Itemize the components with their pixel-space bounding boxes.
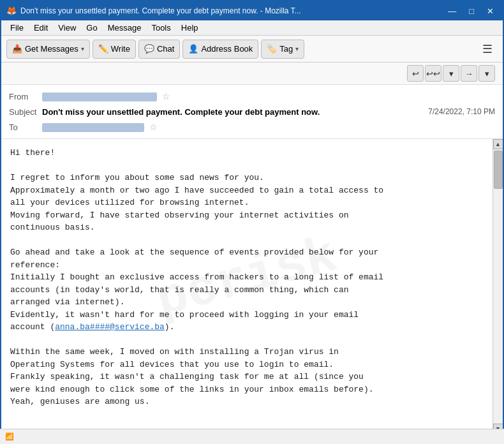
write-icon: ✏️ [98, 44, 108, 54]
get-messages-arrow: ▾ [81, 45, 84, 52]
statusbar: 📶 [0, 429, 504, 444]
menubar: File Edit View Go Message Tools Help [1, 20, 503, 36]
toolbar: 📥 Get Messages ▾ ✏️ Write 💬 Chat 👤 Addre… [1, 36, 503, 63]
menu-message[interactable]: Message [104, 22, 145, 34]
email-body: pcrisk Hi there! I regret to inform you … [1, 139, 493, 434]
menu-edit[interactable]: Edit [30, 22, 52, 34]
window-controls: — □ ✕ [444, 5, 498, 17]
subject-value: Don't miss your unsettled payment. Compl… [42, 107, 423, 117]
body-paragraph-3: Within the same week, I moved on with in… [10, 346, 484, 408]
app-icon: 🦊 [6, 6, 17, 16]
from-value: ☆ [42, 91, 495, 102]
email-header: From ☆ Subject Don't miss your unsettled… [1, 85, 503, 139]
address-book-button[interactable]: 👤 Address Book [182, 40, 258, 59]
chat-button[interactable]: 💬 Chat [138, 40, 180, 59]
menu-go[interactable]: Go [82, 22, 101, 34]
address-book-label: Address Book [201, 44, 253, 54]
nav-row: ↩ ↩↩ ▾ → ▾ [1, 63, 503, 85]
get-messages-button[interactable]: 📥 Get Messages ▾ [6, 40, 90, 59]
titlebar-title: Don't miss your unsettled payment. Compl… [20, 6, 444, 15]
tag-button[interactable]: 🏷️ Tag ▾ [261, 40, 304, 59]
get-messages-icon: 📥 [12, 44, 22, 54]
menu-help[interactable]: Help [177, 22, 202, 34]
email-link[interactable]: anna.ba####@service.ba [55, 322, 165, 332]
scrollbar: ▲ ▼ [493, 139, 503, 434]
scrollbar-thumb[interactable] [494, 151, 503, 189]
to-value: ☆ [42, 122, 495, 133]
hamburger-menu-button[interactable]: ☰ [477, 40, 498, 59]
scroll-up-button[interactable]: ▲ [493, 139, 503, 149]
close-button[interactable]: ✕ [483, 5, 498, 17]
titlebar: 🦊 Don't miss your unsettled payment. Com… [1, 1, 503, 20]
subject-row: Subject Don't miss your unsettled paymen… [9, 104, 495, 119]
body-paragraph-2: Go ahead and take a look at the sequence… [10, 246, 484, 334]
write-label: Write [111, 44, 130, 54]
reply-chevron[interactable]: ▾ [443, 65, 459, 82]
forward-chevron[interactable]: ▾ [478, 65, 495, 82]
tag-label: Tag [279, 44, 293, 54]
reply-all-button[interactable]: ↩↩ [425, 65, 441, 82]
minimize-button[interactable]: — [444, 5, 460, 17]
chat-label: Chat [157, 44, 174, 54]
from-label: From [9, 92, 42, 101]
to-row: To ☆ [9, 119, 495, 135]
email-timestamp: 7/24/2022, 7:10 PM [428, 107, 495, 116]
reply-button[interactable]: ↩ [407, 65, 424, 82]
chat-icon: 💬 [144, 44, 154, 54]
tag-icon: 🏷️ [267, 44, 277, 54]
body-paragraph-1: I regret to inform you about some sad ne… [10, 172, 484, 234]
write-button[interactable]: ✏️ Write [93, 40, 136, 59]
from-star-icon[interactable]: ☆ [162, 91, 170, 101]
menu-view[interactable]: View [54, 22, 80, 34]
address-book-icon: 👤 [188, 44, 198, 54]
email-body-container: pcrisk Hi there! I regret to inform you … [1, 139, 503, 434]
menu-file[interactable]: File [6, 22, 27, 34]
greeting: Hi there! [10, 147, 484, 159]
from-row: From ☆ [9, 89, 495, 104]
maximize-button[interactable]: □ [465, 5, 478, 17]
tag-arrow: ▾ [295, 45, 299, 52]
to-label: To [9, 122, 42, 132]
get-messages-label: Get Messages [25, 44, 78, 54]
subject-label: Subject [9, 107, 42, 117]
email-text-content: Hi there! I regret to inform you about s… [10, 147, 484, 408]
scrollbar-track [493, 149, 503, 424]
to-email-blurred [42, 123, 144, 132]
to-star-icon[interactable]: ☆ [149, 122, 158, 132]
forward-button[interactable]: → [461, 65, 477, 82]
statusbar-icon: 📶 [5, 433, 14, 441]
from-email-blurred [42, 93, 157, 101]
menu-tools[interactable]: Tools [147, 22, 174, 34]
